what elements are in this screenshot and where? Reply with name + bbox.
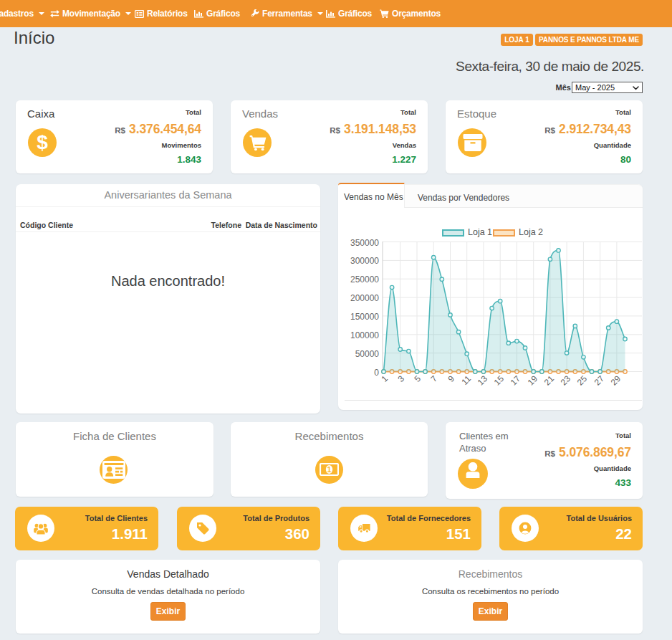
svg-text:1: 1 [327, 465, 332, 474]
